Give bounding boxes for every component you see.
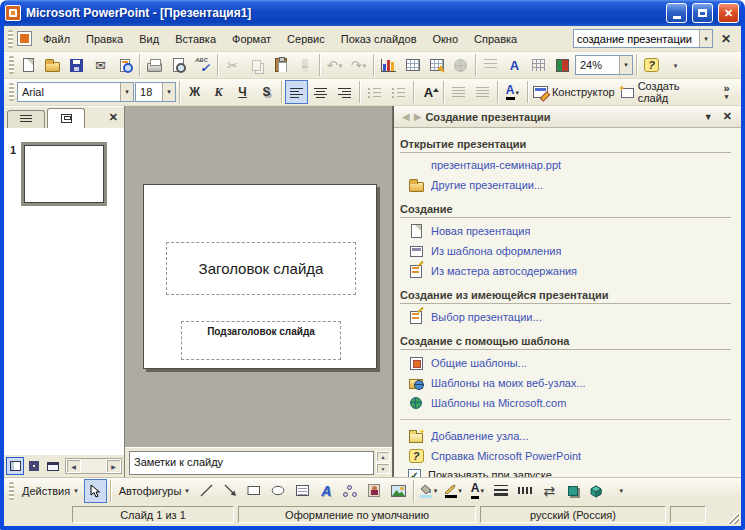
wordart-button[interactable]: A [315,479,338,503]
fill-color-button[interactable]: ▾ [417,479,441,503]
list-item[interactable]: ? Справка Microsoft PowerPoint [394,446,741,466]
chevron-down-icon[interactable]: ▾ [699,30,712,47]
arrow-tool-button[interactable] [219,479,242,503]
tab-slides[interactable] [47,108,85,128]
format-painter-button[interactable] [293,53,316,77]
paste-button[interactable] [269,53,292,77]
align-left-button[interactable] [285,80,308,104]
spelling-button[interactable]: ABC✓ [191,53,214,77]
list-item[interactable]: Шаблоны на моих веб-узлах... [394,373,741,393]
underline-button[interactable]: Ч [231,80,254,104]
microsoft-com-templates-link[interactable]: Шаблоны на Microsoft.com [431,396,566,411]
copy-button[interactable] [245,53,268,77]
hyperlink-button[interactable] [449,53,472,77]
color-grayscale-button[interactable] [551,53,574,77]
back-icon[interactable]: ◀ [402,111,410,122]
select-objects-button[interactable] [84,479,107,503]
web-sites-templates-link[interactable]: Шаблоны на моих веб-узлах... [431,376,586,391]
oval-tool-button[interactable] [267,479,290,503]
status-language[interactable]: русский (Россия) [480,506,666,523]
add-web-site-link[interactable]: Добавление узла... [431,429,529,444]
design-button[interactable]: Конструктор [531,80,617,104]
new-slide-button[interactable]: Создать слайд [618,80,714,104]
open-button[interactable] [41,53,64,77]
from-design-template-link[interactable]: Из шаблона оформления [431,244,561,259]
menu-item-format[interactable]: Формат [225,30,278,48]
next-slide-icon[interactable]: ▼ [376,463,390,474]
menu-item-tools[interactable]: Сервис [280,30,332,48]
font-combo[interactable]: Arial ▾ [17,82,134,102]
align-center-button[interactable] [309,80,332,104]
increase-indent-button[interactable] [471,80,494,104]
slide-thumbnail[interactable] [21,142,107,206]
decrease-indent-button[interactable] [447,80,470,104]
shadow-style-button[interactable] [562,479,585,503]
menu-item-window[interactable]: Окно [426,30,466,48]
toolbar-grip[interactable] [9,56,14,74]
task-pane-close-icon[interactable]: ✕ [720,109,735,124]
email-button[interactable]: ✉ [89,53,112,77]
menu-item-edit[interactable]: Правка [79,30,130,48]
list-item[interactable]: Общие шаблоны... [394,353,741,373]
zoom-combo[interactable]: 24% ▾ [575,55,633,75]
redo-button[interactable]: ↷▾ [347,53,370,77]
tab-outline[interactable] [7,110,45,128]
clip-art-button[interactable] [363,479,386,503]
bold-button[interactable]: Ж [183,80,206,104]
menu-item-insert[interactable]: Вставка [168,30,223,48]
font-color-button[interactable]: А▾ [501,80,524,104]
slide-sorter-view-button[interactable] [25,457,43,475]
draw-menu-button[interactable]: Действия▾ [17,482,83,500]
notes-input[interactable]: Заметки к слайду [129,451,374,475]
close-button[interactable]: ✕ [718,3,739,23]
toolbar-grip[interactable] [9,83,14,101]
help-question-input[interactable] [574,33,699,45]
show-grid-button[interactable] [527,53,550,77]
powerpoint-help-link[interactable]: Справка Microsoft PowerPoint [431,449,581,464]
shadow-button[interactable]: S [255,80,278,104]
line-color-button[interactable]: ▾ [441,479,465,503]
recent-presentation-link[interactable]: презентация-семинар.ppt [431,158,561,173]
menu-item-file[interactable]: Файл [36,30,77,48]
list-item[interactable]: Новая презентация [394,221,741,241]
horizontal-scrollbar[interactable]: ◀ ▶ [65,458,122,474]
list-item[interactable]: Из шаблона оформления [394,241,741,261]
question-box-close-icon[interactable]: ✕ [715,30,737,48]
font-size-combo[interactable]: 18 ▾ [135,82,176,102]
choose-presentation-link[interactable]: Выбор презентации... [431,310,542,325]
align-right-button[interactable] [333,80,356,104]
task-pane-menu-icon[interactable]: ▼ [701,111,716,123]
numbering-button[interactable] [363,80,386,104]
resize-grip[interactable] [726,511,739,524]
text-box-button[interactable] [291,479,314,503]
chevron-down-icon[interactable]: ▾ [619,56,632,74]
italic-button[interactable]: К [207,80,230,104]
toolbar-overflow-button[interactable]: »▾ [715,80,738,104]
forward-icon[interactable]: ▶ [414,111,422,122]
document-icon[interactable] [17,31,32,46]
minimize-button[interactable] [666,3,687,23]
menubar-grip[interactable] [8,30,13,48]
cut-button[interactable]: ✂ [221,53,244,77]
show-at-startup-option[interactable]: ✓ Показывать при запуске [394,466,741,477]
list-item[interactable]: презентация-семинар.ppt [394,156,741,175]
panel-close-icon[interactable]: ✕ [106,111,121,124]
save-button[interactable] [65,53,88,77]
scroll-left-icon[interactable]: ◀ [66,459,81,473]
list-item[interactable]: Выбор презентации... [394,307,741,327]
diagram-button[interactable] [339,479,362,503]
list-item[interactable]: Шаблоны на Microsoft.com [394,393,741,413]
show-at-startup-checkbox[interactable]: ✓ [408,469,421,477]
tables-borders-button[interactable] [425,53,448,77]
more-presentations-link[interactable]: Другие презентации... [431,178,543,193]
maximize-button[interactable] [692,3,713,23]
dash-style-button[interactable] [514,479,537,503]
title-placeholder[interactable]: Заголовок слайда [166,242,356,295]
status-design-name[interactable]: Оформление по умолчанию [238,506,476,523]
insert-picture-button[interactable] [387,479,410,503]
scrollbar-track[interactable] [81,459,106,473]
help-button[interactable]: ? [640,53,663,77]
list-item[interactable]: Другие презентации... [394,175,741,195]
new-button[interactable] [17,53,40,77]
autoshapes-menu-button[interactable]: Автофигуры▾ [114,482,194,500]
